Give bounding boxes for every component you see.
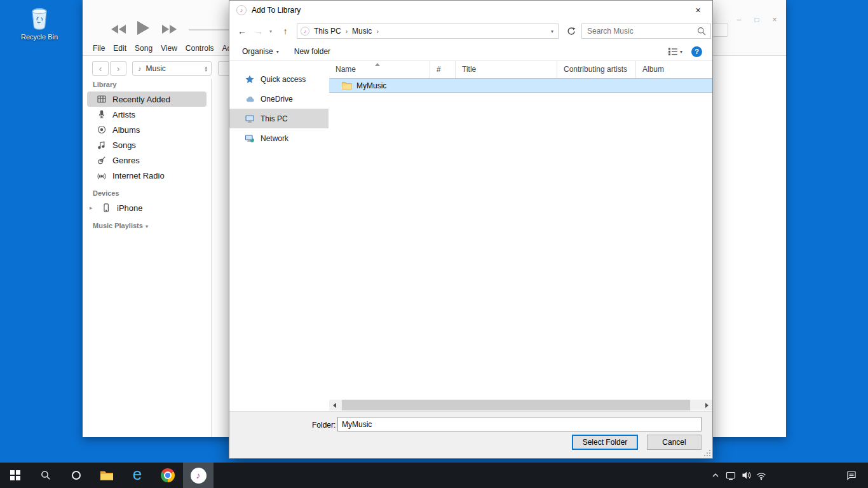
column-header-contributing-artists[interactable]: Contributing artists	[557, 61, 636, 78]
triangle-right-icon	[705, 403, 709, 408]
nav-item-network[interactable]: Network	[229, 128, 329, 148]
disclosure-icon[interactable]: ▸	[90, 205, 95, 211]
chevron-up-icon	[712, 472, 719, 478]
select-folder-button[interactable]: Select Folder	[572, 435, 638, 450]
horizontal-scrollbar[interactable]	[329, 400, 712, 410]
maximize-button[interactable]: □	[750, 13, 764, 27]
dialog-navbar: ← → ▾ ↑ ♪ This PC › Music › ▾	[229, 20, 712, 43]
sidebar-item-songs[interactable]: Songs	[87, 137, 207, 152]
volume-slider[interactable]	[189, 29, 231, 30]
cortana-button[interactable]	[61, 463, 92, 488]
scrollbar-thumb[interactable]	[342, 400, 690, 410]
itunes-app-icon: ♪	[236, 5, 247, 15]
refresh-button[interactable]	[562, 24, 579, 39]
fast-forward-button[interactable]	[161, 25, 177, 34]
sidebar-item-recently-added[interactable]: Recently Added	[87, 92, 207, 107]
breadcrumb-this-pc[interactable]: This PC	[309, 24, 346, 38]
up-button[interactable]: ↑	[278, 24, 293, 39]
action-center-button[interactable]	[843, 463, 860, 488]
network-tray-icon[interactable]	[754, 463, 769, 488]
display-tray-icon[interactable]	[723, 463, 738, 488]
internet-explorer-button[interactable]: e	[122, 463, 153, 488]
menu-song[interactable]: Song	[135, 44, 153, 53]
back-button[interactable]: ←	[234, 24, 250, 39]
itunes-taskbar-button[interactable]: ♪	[183, 463, 214, 488]
itunes-icon: ♪	[191, 468, 207, 484]
minimize-button[interactable]: –	[732, 13, 746, 27]
sidebar-item-label: Genres	[112, 156, 140, 165]
column-header-number[interactable]: #	[430, 61, 456, 78]
close-button[interactable]: ×	[768, 13, 782, 27]
file-row-mymusic[interactable]: MyMusic	[329, 78, 712, 93]
dialog-close-button[interactable]: ×	[684, 1, 712, 20]
menu-view[interactable]: View	[161, 44, 177, 53]
chrome-button[interactable]	[153, 463, 183, 488]
nav-item-onedrive[interactable]: OneDrive	[229, 89, 329, 109]
hidden-icons-button[interactable]	[708, 463, 723, 488]
change-view-button[interactable]: ▾	[668, 47, 682, 56]
itunes-forward-button[interactable]: ›	[110, 61, 126, 76]
menu-edit[interactable]: Edit	[113, 44, 126, 53]
scroll-right-button[interactable]	[702, 400, 712, 410]
vinyl-icon	[97, 125, 107, 135]
volume-tray-icon[interactable]	[738, 463, 754, 488]
organise-menu-button[interactable]: Organise ▾	[242, 47, 279, 56]
itunes-back-button[interactable]: ‹	[92, 61, 109, 76]
monitor-icon	[726, 471, 736, 480]
folder-name-input[interactable]	[337, 417, 702, 431]
column-header-name[interactable]: Name	[329, 61, 430, 78]
cancel-button[interactable]: Cancel	[647, 435, 702, 450]
search-input[interactable]	[582, 27, 697, 36]
recycle-bin-icon	[27, 5, 52, 32]
play-button[interactable]	[137, 21, 149, 35]
media-picker[interactable]: ♪ Music ▴ ▾	[132, 61, 212, 76]
column-header-title[interactable]: Title	[456, 61, 557, 78]
sidebar-item-iphone[interactable]: ▸ iPhone	[87, 200, 207, 215]
command-bar: Organise ▾ New folder ▾ ?	[229, 43, 712, 61]
music-playlists-header[interactable]: Music Playlists▾	[93, 222, 211, 229]
address-dropdown-icon[interactable]: ▾	[546, 29, 558, 34]
sidebar-item-artists[interactable]: Artists	[87, 107, 207, 122]
forward-button[interactable]: →	[251, 24, 266, 39]
recycle-bin[interactable]: Recycle Bin	[18, 5, 61, 41]
sidebar-item-internet-radio[interactable]: Internet Radio	[87, 168, 207, 183]
column-label: Name	[336, 65, 356, 74]
internet-explorer-icon: e	[133, 466, 142, 482]
sidebar-item-albums[interactable]: Albums	[87, 122, 207, 137]
windows-logo-icon	[10, 470, 20, 480]
menu-controls[interactable]: Controls	[186, 44, 214, 53]
taskbar: e ♪	[0, 463, 868, 488]
action-center-icon	[846, 470, 857, 480]
media-picker-spinner[interactable]: ▴ ▾	[205, 65, 207, 72]
recent-locations-dropdown[interactable]: ▾	[266, 24, 275, 39]
scroll-left-button[interactable]	[329, 400, 340, 410]
column-label: Album	[642, 65, 664, 74]
cortana-icon	[72, 471, 81, 480]
devices-header: Devices	[93, 189, 211, 197]
search-icon[interactable]	[697, 27, 706, 36]
resize-grip[interactable]	[703, 449, 710, 456]
speaker-icon	[742, 470, 751, 480]
sidebar-item-genres[interactable]: Genres	[87, 152, 207, 168]
menu-file[interactable]: File	[93, 44, 105, 53]
taskbar-search-button[interactable]	[31, 463, 61, 488]
iphone-icon	[101, 203, 111, 213]
nav-item-label: This PC	[261, 114, 288, 123]
column-label: #	[437, 65, 441, 74]
rewind-button[interactable]	[111, 25, 126, 34]
help-button[interactable]: ?	[691, 46, 702, 57]
nav-item-this-pc[interactable]: This PC	[229, 109, 329, 128]
breadcrumb-music[interactable]: Music	[348, 24, 376, 38]
column-header-album[interactable]: Album	[636, 61, 712, 78]
new-folder-label: New folder	[294, 47, 330, 56]
new-folder-button[interactable]: New folder	[294, 47, 330, 56]
system-tray	[708, 463, 868, 488]
nav-item-quick-access[interactable]: Quick access	[229, 69, 329, 89]
address-bar[interactable]: ♪ This PC › Music › ▾	[297, 24, 559, 39]
sidebar-item-label: Artists	[112, 110, 135, 119]
start-button[interactable]	[0, 463, 31, 488]
wifi-icon	[756, 471, 766, 480]
microphone-icon	[97, 109, 107, 119]
network-icon	[245, 133, 255, 144]
file-explorer-button[interactable]	[92, 463, 122, 488]
